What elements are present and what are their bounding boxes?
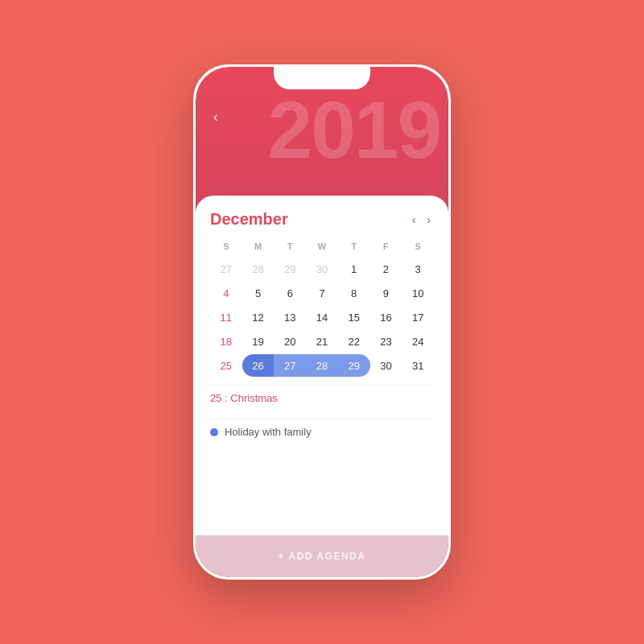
cal-day[interactable]: 24 [402,330,434,353]
dow-tue: T [274,240,306,253]
divider-2 [210,419,434,419]
phone-frame: 2019 ‹ December ‹ › S M T W T F S [193,64,451,580]
event-christmas: 25 : Christmas [210,392,434,404]
cal-day-29[interactable]: 29 [338,354,370,377]
cal-day[interactable]: 6 [274,282,306,304]
week-row-5: 25 26 27 28 29 30 31 [210,354,434,377]
calendar-nav: ‹ › [409,212,434,228]
cal-day[interactable]: 23 [370,330,402,353]
cal-day-31[interactable]: 31 [402,354,434,377]
cal-day[interactable]: 15 [338,306,370,328]
cal-day[interactable]: 19 [242,330,275,353]
notch [274,67,370,89]
dow-thu: T [338,240,370,253]
cal-day[interactable]: 11 [210,306,242,328]
cal-day[interactable]: 28 [242,258,275,280]
cal-day-25[interactable]: 25 [210,354,242,377]
add-agenda-label: + ADD AGENDA [279,551,366,562]
back-button[interactable]: ‹ [213,109,218,126]
holiday-dot [210,428,218,436]
dow-sat: S [402,240,434,253]
next-month-button[interactable]: › [423,212,434,228]
cal-day[interactable]: 14 [306,306,338,328]
cal-day[interactable]: 2 [370,258,402,280]
cal-day[interactable]: 29 [274,258,306,280]
divider-1 [210,385,434,386]
week-row-4: 18 19 20 21 22 23 24 [210,330,434,353]
cal-day-28[interactable]: 28 [306,354,338,377]
dow-wed: W [306,240,338,253]
cal-day-27[interactable]: 27 [274,354,306,377]
prev-month-button[interactable]: ‹ [409,212,419,228]
cal-day[interactable]: 30 [306,258,338,280]
week-row-3: 11 12 13 14 15 16 17 [210,306,434,328]
cal-day[interactable]: 20 [274,330,306,353]
cal-day[interactable]: 18 [210,330,242,353]
year-background: 2019 [196,89,448,170]
dow-sun: S [210,240,242,253]
cal-day[interactable]: 16 [370,306,402,328]
cal-day[interactable]: 3 [402,258,434,280]
calendar-header: December ‹ › [210,210,434,229]
cal-day[interactable]: 12 [242,306,275,328]
cal-day[interactable]: 21 [306,330,338,353]
christmas-label: 25 : Christmas [210,392,278,404]
cal-day-26[interactable]: 26 [242,354,275,377]
week-row-2: 4 5 6 7 8 9 10 [210,282,434,304]
cal-day[interactable]: 4 [210,282,242,304]
cal-day[interactable]: 5 [242,282,275,304]
cal-day[interactable]: 13 [274,306,306,328]
cal-day[interactable]: 27 [210,258,242,280]
calendar-month: December [210,210,288,229]
holiday-label: Holiday with family [225,426,312,438]
add-agenda-bar[interactable]: + ADD AGENDA [196,535,448,577]
week-row-1: 27 28 29 30 1 2 3 [210,258,434,280]
cal-day[interactable]: 9 [370,282,402,304]
calendar-card: December ‹ › S M T W T F S 27 28 [196,196,448,577]
event-holiday: Holiday with family [210,426,434,438]
dow-mon: M [242,240,275,253]
cal-day[interactable]: 22 [338,330,370,353]
cal-day[interactable]: 10 [402,282,434,304]
days-of-week-row: S M T W T F S [210,240,434,253]
cal-day[interactable]: 8 [338,282,370,304]
cal-day-30[interactable]: 30 [370,354,402,377]
cal-day[interactable]: 17 [402,306,434,328]
screen: 2019 ‹ December ‹ › S M T W T F S [196,67,448,577]
cal-day[interactable]: 1 [338,258,370,280]
cal-day[interactable]: 7 [306,282,338,304]
dow-fri: F [370,240,402,253]
